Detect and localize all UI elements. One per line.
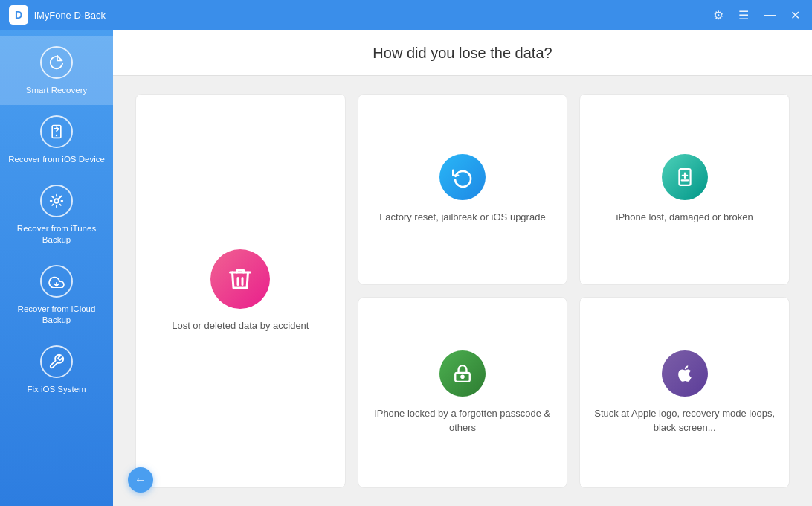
content-area: How did you lose the data? Lost or delet…	[113, 30, 812, 506]
stuck-apple-label: Stuck at Apple logo, recovery mode loops…	[592, 407, 777, 434]
fix-ios-icon	[40, 345, 73, 378]
iphone-locked-label: iPhone locked by a forgotten passcode & …	[370, 407, 555, 434]
sidebar-item-smart-recovery[interactable]: Smart Recovery	[0, 36, 113, 105]
sidebar-item-recover-icloud[interactable]: Recover from iCloud Backup	[0, 254, 113, 335]
sidebar-item-recover-ios[interactable]: Recover from iOS Device	[0, 105, 113, 174]
recover-icloud-icon	[40, 265, 73, 298]
svg-point-8	[461, 376, 463, 378]
phone-broken-icon	[662, 154, 708, 200]
settings-button[interactable]: ⚙	[710, 7, 726, 24]
content-body: Lost or deleted data by accident Factory…	[113, 76, 812, 506]
lost-deleted-label: Lost or deleted data by accident	[172, 319, 309, 333]
card-iphone-locked[interactable]: iPhone locked by a forgotten passcode & …	[358, 297, 568, 488]
recover-icloud-label: Recover from iCloud Backup	[6, 304, 107, 326]
minimize-button[interactable]: —	[761, 7, 779, 23]
sidebar: Smart Recovery Recover from iOS Device	[0, 30, 113, 506]
recover-itunes-icon	[40, 185, 73, 217]
cards-grid: Lost or deleted data by accident Factory…	[135, 94, 790, 488]
trash-icon	[210, 249, 270, 309]
sidebar-item-fix-ios[interactable]: Fix iOS System	[0, 335, 113, 404]
window-controls: ⚙ ☰ — ✕	[710, 7, 803, 24]
iphone-lost-label: iPhone lost, damaged or broken	[616, 211, 753, 224]
app-logo: D	[9, 5, 28, 25]
recover-itunes-label: Recover from iTunes Backup	[6, 223, 107, 246]
title-bar: D iMyFone D-Back ⚙ ☰ — ✕	[0, 0, 812, 30]
close-button[interactable]: ✕	[787, 7, 803, 24]
svg-point-2	[54, 199, 59, 203]
apple-icon	[662, 350, 708, 397]
smart-recovery-icon	[40, 46, 73, 79]
menu-button[interactable]: ☰	[735, 7, 752, 24]
page-title: How did you lose the data?	[113, 45, 812, 62]
card-lost-deleted[interactable]: Lost or deleted data by accident	[135, 94, 346, 488]
fix-ios-label: Fix iOS System	[27, 384, 86, 395]
card-stuck-apple[interactable]: Stuck at Apple logo, recovery mode loops…	[579, 297, 790, 488]
main-layout: Smart Recovery Recover from iOS Device	[0, 30, 812, 506]
card-iphone-lost[interactable]: iPhone lost, damaged or broken	[579, 94, 790, 285]
recover-ios-icon	[40, 115, 73, 148]
smart-recovery-label: Smart Recovery	[26, 85, 87, 96]
factory-reset-label: Factory reset, jailbreak or iOS upgrade	[379, 211, 545, 224]
recover-ios-label: Recover from iOS Device	[8, 154, 105, 165]
content-header: How did you lose the data?	[113, 30, 812, 76]
card-factory-reset[interactable]: Factory reset, jailbreak or iOS upgrade	[358, 94, 568, 285]
lock-icon	[439, 350, 486, 397]
restore-icon	[439, 154, 486, 200]
app-name: iMyFone D-Back	[34, 10, 710, 21]
sidebar-item-recover-itunes[interactable]: Recover from iTunes Backup	[0, 174, 113, 254]
back-button[interactable]: ←	[128, 467, 153, 493]
